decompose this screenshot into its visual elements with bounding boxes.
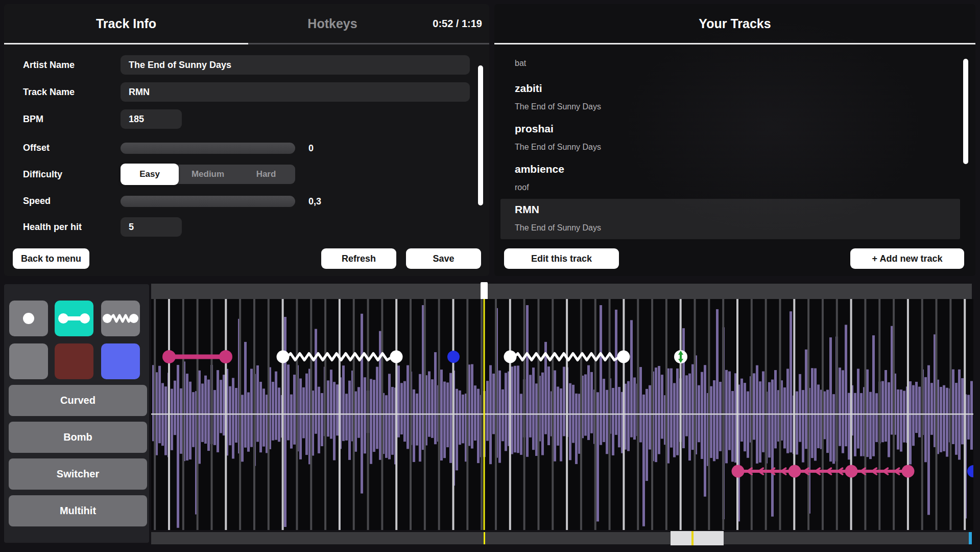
track-item-name: ambience (515, 163, 960, 176)
speed-label: Speed (23, 191, 51, 211)
track-list-item[interactable]: RMNThe End of Sunny Days (500, 199, 960, 239)
bpm-input[interactable]: 185 (121, 109, 182, 129)
track-list-item[interactable]: ambienceroof (500, 158, 960, 199)
your-tracks-panel: Your Tracks batzabitiThe End of Sunny Da… (494, 4, 975, 276)
difficulty-easy-button[interactable]: Easy (121, 164, 179, 185)
switcher-tool-button[interactable]: Switcher (9, 458, 147, 490)
tab-hotkeys-label: Hotkeys (307, 16, 357, 31)
hold-note-tool-button-selected[interactable] (55, 301, 93, 336)
minimap-view-box[interactable] (671, 531, 724, 545)
offset-slider[interactable] (121, 143, 295, 154)
track-item-name: zabiti (515, 82, 960, 95)
difficulty-medium-button[interactable]: Medium (179, 165, 237, 184)
hold-note-icon (55, 301, 93, 336)
timeline-scrubber[interactable] (151, 284, 972, 299)
speed-value: 0,3 (308, 196, 321, 207)
bpm-label: BPM (23, 109, 43, 129)
tool-panel: Curved Bomb Switcher Multihit (4, 284, 149, 543)
waveform-editor (151, 299, 973, 530)
tab-underline-active (4, 43, 248, 44)
playback-time: 0:52 / 1:19 (433, 4, 482, 43)
difficulty-segment: Easy Medium Hard (121, 165, 295, 184)
curved-tool-button[interactable]: Curved (9, 385, 147, 416)
track-list-item[interactable]: zabitiThe End of Sunny Days (500, 78, 960, 118)
note-tap[interactable] (967, 465, 973, 477)
red-tool-button[interactable] (55, 343, 93, 379)
your-tracks-underline (494, 43, 975, 44)
edit-track-button[interactable]: Edit this track (504, 248, 619, 269)
multihit-tool-button[interactable]: Multihit (9, 495, 147, 526)
track-name-label: Track Name (23, 82, 75, 102)
tab-underline-inactive (248, 43, 489, 44)
track-item-artist: bat (515, 58, 960, 68)
difficulty-hard-button[interactable]: Hard (237, 165, 295, 184)
note-switcher[interactable] (674, 350, 687, 363)
gray-tool-button[interactable] (9, 343, 48, 379)
track-item-artist: The End of Sunny Days (515, 102, 960, 112)
minimap-end-marker (969, 532, 972, 544)
back-to-menu-button[interactable]: Back to menu (13, 248, 89, 269)
zigzag-note-tool-button[interactable] (101, 301, 140, 336)
track-list-item[interactable]: bat (500, 55, 960, 78)
tracks-scrollbar[interactable] (963, 59, 968, 164)
track-item-artist: The End of Sunny Days (515, 223, 960, 233)
offset-label: Offset (23, 138, 50, 157)
timeline-minimap[interactable] (151, 532, 972, 544)
track-item-artist: The End of Sunny Days (515, 142, 960, 152)
waveform-bars (152, 305, 973, 528)
minimap-playhead-marker (484, 532, 485, 544)
difficulty-label: Difficulty (23, 165, 62, 184)
waveform-center-line (151, 413, 973, 415)
track-info-panel: Track Info Hotkeys 0:52 / 1:19 Artist Na… (4, 4, 489, 276)
tracks-list: batzabitiThe End of Sunny DaysproshaiThe… (500, 55, 960, 239)
offset-value: 0 (308, 143, 314, 154)
blue-tool-button[interactable] (101, 343, 140, 379)
add-track-button[interactable]: + Add new track (850, 248, 964, 269)
health-per-hit-input[interactable]: 5 (121, 217, 182, 237)
track-list-item[interactable]: proshaiThe End of Sunny Days (500, 118, 960, 158)
refresh-button[interactable]: Refresh (321, 248, 396, 269)
bomb-tool-button[interactable]: Bomb (9, 422, 147, 453)
note-tap[interactable] (447, 351, 460, 363)
app-root: Track Info Hotkeys 0:52 / 1:19 Artist Na… (0, 0, 980, 552)
scrubber-playhead-handle[interactable] (481, 282, 488, 301)
artist-name-input[interactable]: The End of Sunny Days (121, 55, 470, 75)
form-scrollbar[interactable] (478, 65, 483, 205)
save-button[interactable]: Save (406, 248, 481, 269)
tab-hotkeys[interactable]: Hotkeys (248, 4, 417, 43)
tab-track-info-label: Track Info (96, 16, 156, 31)
track-item-name: proshai (515, 122, 960, 135)
zigzag-note-icon (101, 301, 140, 336)
track-item-artist: roof (515, 182, 960, 193)
speed-slider[interactable] (121, 196, 295, 207)
artist-name-label: Artist Name (23, 55, 75, 75)
your-tracks-title: Your Tracks (494, 4, 975, 43)
track-name-input[interactable]: RMN (121, 82, 470, 102)
minimap-view-playhead (691, 531, 694, 545)
tap-note-tool-button[interactable] (9, 301, 48, 336)
tap-note-icon (9, 301, 48, 336)
health-per-hit-label: Health per hit (23, 217, 82, 237)
track-item-name: RMN (515, 203, 960, 216)
waveform-canvas[interactable] (151, 299, 973, 530)
playhead-line[interactable] (484, 299, 485, 530)
tab-track-info[interactable]: Track Info (4, 4, 248, 43)
